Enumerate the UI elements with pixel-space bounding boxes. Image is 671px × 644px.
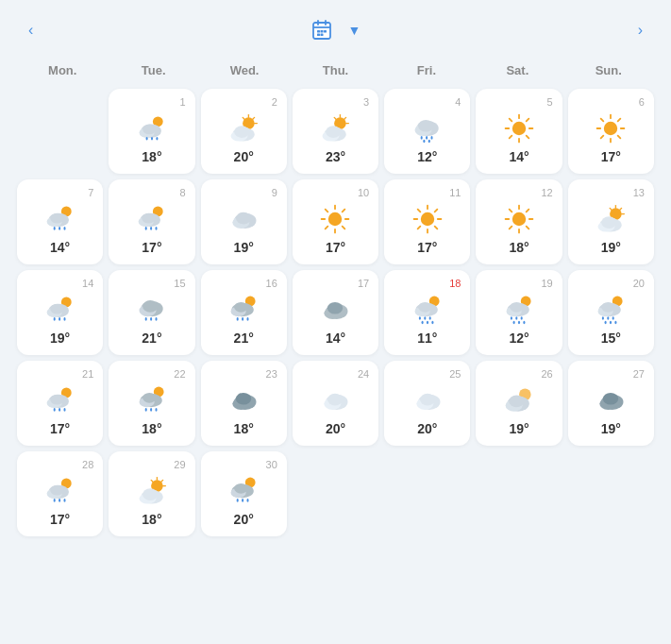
day-cell[interactable]: 17 14° [293,270,378,355]
svg-point-129 [247,317,249,321]
svg-rect-7 [317,34,320,37]
temperature: 23° [326,149,345,164]
week-row: 28 17°29 18°30 [17,451,654,536]
day-number: 12 [478,187,552,198]
svg-line-56 [618,119,621,122]
day-cell[interactable]: 11 17° [384,179,470,264]
weather-icon [502,293,536,327]
day-number: 24 [294,368,369,380]
temperature: 18° [509,240,528,255]
temperature: 19° [601,240,621,255]
svg-point-169 [63,408,65,412]
weather-icon [318,383,352,417]
weather-icon [318,293,352,327]
day-cell[interactable]: 4 12° [384,89,470,174]
day-cell[interactable]: 24 20° [293,361,378,446]
svg-line-54 [601,119,604,122]
svg-point-185 [420,394,435,406]
day-cell[interactable]: 5 14° [476,89,562,174]
svg-point-115 [59,317,60,321]
weekday-label: Wed. [199,56,290,85]
day-cell[interactable]: 2 20° [201,89,287,174]
temperature: 19° [509,421,528,436]
svg-point-168 [59,408,60,412]
svg-point-93 [512,212,526,226]
temperature: 14° [326,330,345,346]
next-arrow-icon: › [638,22,643,39]
day-number: 4 [386,96,461,108]
weeks-grid: 1 18°2 20°3 [9,89,662,544]
temperature: 18° [234,421,254,436]
day-cell[interactable]: 8 17° [109,179,194,264]
day-number: 19 [478,278,552,289]
day-cell[interactable]: 22 18° [109,361,194,446]
day-cell[interactable]: 16 21° [201,270,287,355]
svg-point-207 [143,488,158,500]
svg-point-192 [603,393,618,405]
day-cell[interactable]: 19 12° [476,270,562,355]
day-number: 1 [110,96,185,108]
temperature: 12° [417,149,437,164]
svg-line-27 [344,117,346,119]
day-cell[interactable]: 27 19° [568,361,654,446]
day-cell[interactable]: 20 15° [568,270,654,355]
svg-point-141 [427,321,428,325]
svg-point-176 [155,408,157,412]
day-number: 30 [203,459,277,470]
weekday-label: Tue. [108,56,198,85]
weather-icon [43,383,77,417]
weather-icon [135,474,169,508]
day-cell[interactable]: 23 18° [201,361,287,446]
day-cell[interactable]: 18 11° [384,270,470,355]
day-cell[interactable]: 7 14° [17,179,103,264]
day-cell[interactable]: 29 18° [109,451,194,536]
week-row: 14 19°15 21°16 [17,270,654,355]
day-number: 20 [570,278,645,289]
svg-point-157 [602,316,604,320]
day-cell[interactable]: 10 17° [293,179,378,264]
svg-point-121 [150,317,152,321]
svg-point-138 [424,316,426,320]
day-cell[interactable]: 6 17° [568,89,654,174]
svg-point-162 [615,321,617,325]
day-cell[interactable]: 14 19° [17,270,103,355]
day-cell[interactable]: 21 17° [17,361,103,446]
day-number: 23 [203,368,277,380]
day-number: 21 [19,368,93,380]
weather-icon [502,383,536,417]
temperature: 17° [326,240,345,255]
day-number: 27 [570,368,645,380]
weather-icon [594,293,628,327]
temperature: 20° [234,512,254,527]
month-dropdown-icon[interactable]: ▼ [348,23,361,38]
day-cell[interactable]: 26 19° [476,361,562,446]
empty-day-cell [568,451,654,536]
weather-icon [43,474,77,508]
temperature: 20° [417,421,437,436]
day-cell[interactable]: 28 17° [17,451,103,536]
day-cell[interactable]: 30 20° [201,451,287,536]
day-cell[interactable]: 9 19° [201,179,287,264]
weather-icon [135,202,169,236]
day-cell[interactable]: 12 18° [476,179,562,264]
weekday-label: Sun. [563,56,654,85]
weather-icon [226,293,260,327]
weekday-label: Mon. [17,56,108,85]
prev-month-link[interactable]: ‹ [28,22,37,39]
week-row: 1 18°2 20°3 [17,89,654,174]
next-month-link[interactable]: › [634,22,643,39]
day-cell[interactable]: 13 19° [568,179,654,264]
day-cell[interactable]: 3 23° [293,89,378,174]
temperature: 12° [509,330,528,346]
svg-point-149 [521,316,523,320]
day-cell[interactable]: 1 18° [109,89,194,174]
svg-point-84 [421,212,434,226]
day-cell[interactable]: 25 20° [384,361,470,446]
day-number: 8 [110,187,185,198]
svg-line-45 [510,119,512,122]
day-cell[interactable]: 15 21° [109,270,194,355]
svg-point-182 [327,394,343,406]
svg-rect-5 [320,30,323,33]
svg-point-147 [511,316,512,320]
svg-point-151 [518,321,520,325]
